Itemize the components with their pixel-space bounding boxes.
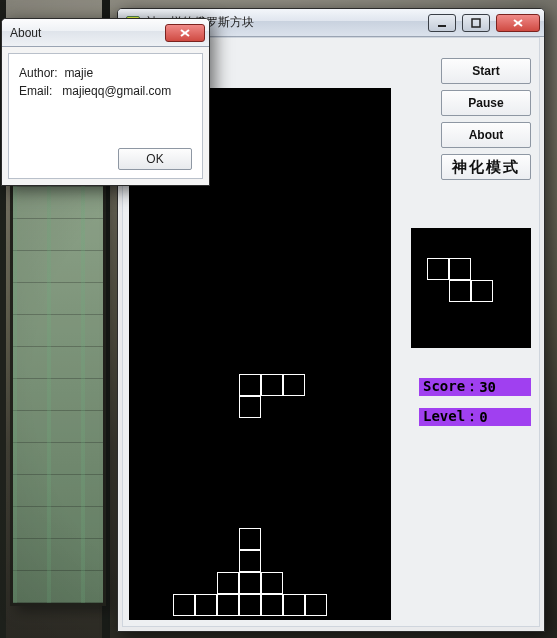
tetromino-cell xyxy=(261,594,283,616)
tetromino-cell xyxy=(239,528,261,550)
about-author-value: majie xyxy=(64,66,93,80)
next-piece-preview xyxy=(411,228,531,348)
about-label: About xyxy=(469,128,504,142)
about-ok-button[interactable]: OK xyxy=(118,148,192,170)
about-author-label: Author: xyxy=(19,66,58,80)
tetromino-cell xyxy=(239,550,261,572)
tetromino-cell xyxy=(173,594,195,616)
about-button[interactable]: About xyxy=(441,122,531,148)
close-icon xyxy=(512,18,524,28)
close-icon xyxy=(179,28,191,38)
about-email-row: Email: majieqq@gmail.com xyxy=(19,84,192,98)
score-value: 30 xyxy=(479,379,496,395)
tetromino-cell xyxy=(195,594,217,616)
about-dialog: About Author: majie Email: majieqq@gmail… xyxy=(1,18,210,186)
maximize-button[interactable] xyxy=(462,14,490,32)
next-piece-cell xyxy=(427,258,449,280)
tetromino-cell xyxy=(239,594,261,616)
about-dialog-body: Author: majie Email: majieqq@gmail.com O… xyxy=(8,53,203,179)
start-button[interactable]: Start xyxy=(441,58,531,84)
level-display: Level：0 xyxy=(419,408,531,426)
tetromino-cell xyxy=(217,594,239,616)
pause-label: Pause xyxy=(468,96,503,110)
level-value: 0 xyxy=(479,409,487,425)
god-mode-button[interactable]: 神化模式 xyxy=(441,154,531,180)
next-piece-cell xyxy=(471,280,493,302)
tetromino-cell xyxy=(261,572,283,594)
level-label: Level： xyxy=(423,408,479,426)
tetromino-cell xyxy=(239,572,261,594)
minimize-icon xyxy=(437,18,447,28)
about-ok-label: OK xyxy=(146,152,163,166)
about-email-value: majieqq@gmail.com xyxy=(62,84,171,98)
about-dialog-titlebar[interactable]: About xyxy=(2,19,209,47)
svg-rect-1 xyxy=(472,19,480,27)
tetromino-cell xyxy=(239,374,261,396)
about-dialog-title: About xyxy=(10,26,41,40)
pause-button[interactable]: Pause xyxy=(441,90,531,116)
score-label: Score： xyxy=(423,378,479,396)
god-mode-label: 神化模式 xyxy=(452,158,520,177)
score-display: Score：30 xyxy=(419,378,531,396)
tetromino-cell xyxy=(239,396,261,418)
sidebar: Start Pause About 神化模式 xyxy=(441,58,531,186)
tetromino-cell xyxy=(217,572,239,594)
tetromino-cell xyxy=(305,594,327,616)
next-piece-cell xyxy=(449,280,471,302)
minimize-button[interactable] xyxy=(428,14,456,32)
start-label: Start xyxy=(472,64,499,78)
tetromino-cell xyxy=(283,594,305,616)
about-email-label: Email: xyxy=(19,84,52,98)
tetromino-cell xyxy=(261,374,283,396)
about-author-row: Author: majie xyxy=(19,66,192,80)
maximize-icon xyxy=(471,18,481,28)
about-close-button[interactable] xyxy=(165,24,205,42)
next-piece-cell xyxy=(449,258,471,280)
close-button[interactable] xyxy=(496,14,540,32)
tetromino-cell xyxy=(283,374,305,396)
